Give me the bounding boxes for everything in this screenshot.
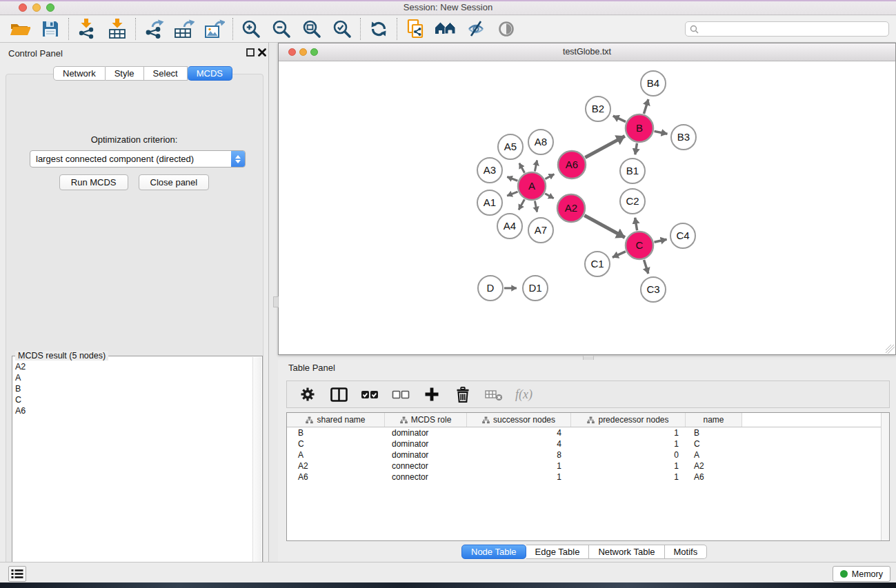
- graph-edge-A-A5[interactable]: [519, 163, 525, 173]
- new-network-from-selection-icon[interactable]: [404, 18, 427, 40]
- refresh-icon[interactable]: [367, 18, 390, 40]
- splitter-handle[interactable]: [273, 296, 279, 307]
- close-panel-button[interactable]: Close panel: [139, 174, 210, 190]
- graph-node-C1[interactable]: C1: [585, 252, 610, 276]
- table-row[interactable]: Bdominator41B: [287, 427, 889, 438]
- zoom-selected-icon[interactable]: [330, 18, 354, 40]
- network-canvas[interactable]: B4B2BB3A8A5A6A3B1AC2A1A2A4A7C4CC1C3DD1: [279, 61, 895, 354]
- graph-node-A[interactable]: A: [518, 172, 546, 200]
- criterion-dropdown[interactable]: largest connected component (directed): [30, 150, 246, 168]
- memory-button[interactable]: Memory: [833, 566, 890, 582]
- graph-edge-A-A8[interactable]: [535, 160, 537, 171]
- column-visibility-icon[interactable]: [329, 383, 348, 405]
- zoom-fit-icon[interactable]: [300, 18, 323, 40]
- tab-motifs[interactable]: Motifs: [665, 545, 708, 559]
- add-row-icon[interactable]: [422, 383, 441, 405]
- close-panel-icon[interactable]: [258, 48, 266, 57]
- graph-edge-A-A1[interactable]: [507, 192, 517, 196]
- column-header-shared-name[interactable]: shared name: [287, 413, 385, 427]
- graph-edge-A6-B[interactable]: [585, 136, 625, 157]
- graph-node-C2[interactable]: C2: [620, 189, 645, 214]
- graph-node-A3[interactable]: A3: [477, 158, 502, 183]
- mcds-result-item[interactable]: A2: [15, 361, 252, 372]
- graph-edge-B-B3[interactable]: [655, 131, 668, 134]
- table-options-icon[interactable]: [298, 383, 317, 405]
- tab-edge-table[interactable]: Edge Table: [526, 545, 590, 559]
- select-all-icon[interactable]: [360, 383, 379, 405]
- resize-grip[interactable]: [886, 345, 895, 354]
- table-row[interactable]: Adominator80A: [287, 449, 889, 460]
- graph-node-C3[interactable]: C3: [641, 277, 666, 302]
- mcds-result-item[interactable]: A6: [15, 405, 252, 416]
- graph-edge-C-C4[interactable]: [654, 239, 666, 242]
- graph-edge-B-B2[interactable]: [613, 116, 626, 122]
- graph-edge-A-A7[interactable]: [535, 201, 537, 212]
- graph-edge-A-A3[interactable]: [507, 177, 517, 181]
- column-header-name[interactable]: name: [686, 413, 742, 427]
- hide-graphics-details-icon[interactable]: [464, 18, 488, 40]
- tab-node-table[interactable]: Node Table: [461, 545, 526, 559]
- task-history-button[interactable]: [8, 566, 26, 582]
- deselect-all-icon[interactable]: [391, 383, 410, 405]
- zoom-out-icon[interactable]: [270, 18, 293, 40]
- graph-edge-A2-C[interactable]: [584, 216, 625, 238]
- graph-node-B3[interactable]: B3: [671, 125, 696, 150]
- tab-network-table[interactable]: Network Table: [589, 545, 664, 559]
- mcds-result-item[interactable]: C: [15, 394, 252, 405]
- search-input[interactable]: [701, 24, 884, 34]
- graph-node-D1[interactable]: D1: [523, 276, 548, 301]
- mcds-result-item[interactable]: B: [15, 383, 252, 394]
- first-neighbors-icon[interactable]: [434, 18, 457, 40]
- save-session-icon[interactable]: [39, 18, 62, 40]
- graph-edge-C-C1[interactable]: [613, 252, 626, 257]
- graph-edge-B-B1[interactable]: [635, 143, 637, 155]
- open-session-icon[interactable]: [8, 18, 32, 40]
- graph-node-B2[interactable]: B2: [586, 97, 610, 121]
- run-mcds-button[interactable]: Run MCDS: [59, 174, 128, 190]
- graph-node-B[interactable]: B: [626, 114, 653, 142]
- column-header-mcds-role[interactable]: MCDS role: [385, 413, 467, 427]
- graph-edge-A-A4[interactable]: [519, 199, 524, 210]
- tab-mcds[interactable]: MCDS: [188, 66, 232, 81]
- tab-select[interactable]: Select: [144, 66, 188, 81]
- graph-node-A5[interactable]: A5: [498, 134, 523, 159]
- graph-node-C4[interactable]: C4: [670, 223, 695, 248]
- column-header-successor-nodes[interactable]: successor nodes: [467, 413, 571, 427]
- graph-node-A2[interactable]: A2: [557, 194, 585, 222]
- table-scrollbar[interactable]: [881, 413, 889, 540]
- delete-row-icon[interactable]: [453, 383, 472, 405]
- zoom-in-icon[interactable]: [239, 18, 263, 40]
- graph-node-D[interactable]: D: [478, 276, 503, 301]
- graph-node-A6[interactable]: A6: [558, 151, 586, 179]
- graph-node-A4[interactable]: A4: [497, 214, 522, 239]
- table-row[interactable]: A6connector11A6: [287, 472, 889, 483]
- export-image-icon[interactable]: [203, 18, 226, 40]
- float-panel-icon[interactable]: [246, 48, 255, 57]
- tab-network[interactable]: Network: [53, 66, 106, 81]
- table-row[interactable]: A2connector11A2: [287, 460, 889, 472]
- graph-edge-C-C2[interactable]: [635, 218, 637, 231]
- export-network-icon[interactable]: [142, 18, 166, 40]
- column-header-predecessor-nodes[interactable]: predecessor nodes: [571, 413, 686, 427]
- tab-style[interactable]: Style: [106, 66, 144, 81]
- graph-edge-A-A6[interactable]: [545, 174, 554, 179]
- graph-node-A1[interactable]: A1: [477, 190, 502, 215]
- table-row[interactable]: Cdominator41C: [287, 438, 889, 449]
- graph-node-C[interactable]: C: [626, 232, 653, 259]
- graph-node-B4[interactable]: B4: [641, 71, 666, 96]
- import-table-icon[interactable]: [106, 18, 129, 40]
- graph-edge-B-B4[interactable]: [644, 99, 648, 114]
- network-window-titlebar[interactable]: testGlobe.txt: [279, 43, 895, 61]
- graph-edge-A-A2[interactable]: [545, 194, 554, 199]
- graph-edge-C-C3[interactable]: [644, 260, 648, 274]
- mcds-result-scrollbar[interactable]: [252, 357, 261, 588]
- graph-node-A8[interactable]: A8: [528, 130, 553, 154]
- graph-node-B1[interactable]: B1: [620, 159, 645, 183]
- export-table-icon[interactable]: [172, 18, 196, 40]
- mcds-result-item[interactable]: A: [15, 372, 252, 383]
- show-graphics-details-icon[interactable]: [495, 18, 518, 40]
- delete-table-icon[interactable]: [484, 383, 504, 405]
- import-network-icon[interactable]: [75, 18, 99, 40]
- function-builder-icon[interactable]: f(x): [515, 387, 532, 402]
- graph-node-A7[interactable]: A7: [528, 218, 553, 243]
